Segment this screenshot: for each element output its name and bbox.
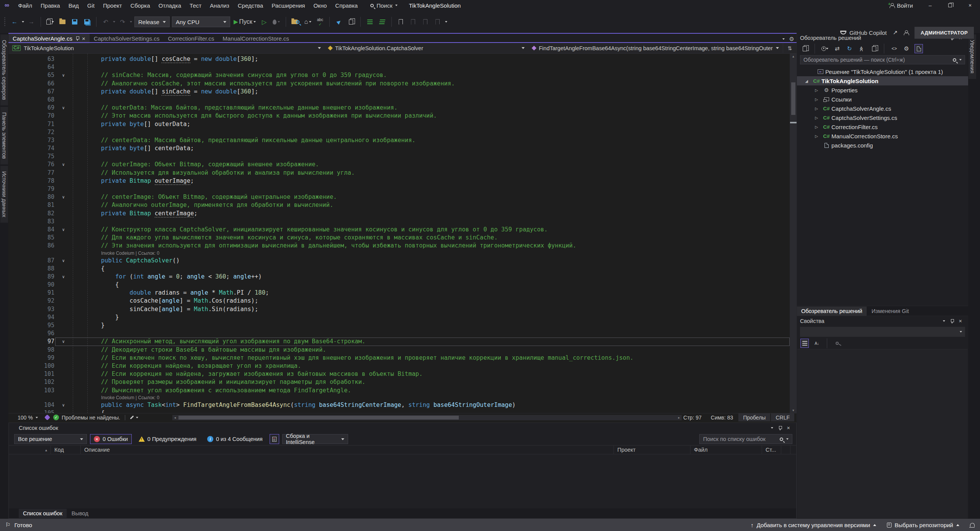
line-ending-indicator[interactable]: CRLF bbox=[771, 413, 794, 421]
categorized-view-button[interactable] bbox=[800, 339, 809, 348]
tree-item[interactable]: ▷C#CaptchaSolverAngle.cs bbox=[797, 104, 968, 113]
sync-with-active-document-button[interactable]: ⇄ bbox=[833, 44, 841, 53]
toolbar-overflow-dropdown[interactable] bbox=[445, 21, 447, 23]
close-icon[interactable]: × bbox=[959, 318, 962, 324]
errors-filter-toggle[interactable]: ✕ 0 Ошибки bbox=[90, 434, 132, 444]
tree-item[interactable]: ∞Решение "TikTokAngleSolution" (1 проект… bbox=[797, 67, 968, 76]
tree-expander-icon[interactable]: ▷ bbox=[811, 107, 821, 111]
close-button[interactable]: × bbox=[960, 0, 980, 11]
fold-chevron-icon[interactable]: ∨ bbox=[54, 71, 72, 79]
tree-expander-icon[interactable]: ▷ bbox=[811, 97, 821, 102]
tree-expander-icon[interactable]: ◢ bbox=[802, 79, 811, 83]
scroll-left-icon[interactable]: ◂ bbox=[172, 415, 178, 420]
tree-item[interactable]: packages.config bbox=[797, 141, 968, 150]
pending-changes-filter-button[interactable] bbox=[821, 44, 829, 53]
fold-chevron-icon[interactable]: ∨ bbox=[54, 338, 72, 346]
fold-chevron-icon[interactable]: ∨ bbox=[54, 257, 72, 265]
solution-search-box[interactable]: Обозреватель решений — поиск (Ctrl+ж) bbox=[800, 55, 965, 64]
menu-item[interactable]: Анализ bbox=[206, 0, 234, 11]
menu-item[interactable]: Вид bbox=[64, 0, 83, 11]
open-file-button[interactable] bbox=[57, 16, 67, 27]
toggle-bookmark-button[interactable] bbox=[396, 16, 406, 27]
fold-chevron-icon[interactable]: ∨ bbox=[54, 104, 72, 112]
navigate-forward-button[interactable]: → bbox=[26, 16, 36, 27]
tree-item[interactable]: ▷C#ManualCorrectionStore.cs bbox=[797, 131, 968, 141]
fold-chevron-icon[interactable]: ∨ bbox=[54, 401, 72, 409]
property-pages-button[interactable] bbox=[833, 339, 841, 348]
bottom-panel-tab[interactable]: Список ошибок bbox=[19, 509, 67, 518]
menu-item[interactable]: Справка bbox=[331, 0, 362, 11]
selection-mode-button[interactable]: ► bbox=[332, 15, 346, 29]
menu-item[interactable]: Сборка bbox=[126, 0, 154, 11]
collapse-all-button[interactable]: ≪ bbox=[857, 44, 866, 53]
column-header[interactable]: Код bbox=[51, 446, 81, 454]
save-all-button[interactable] bbox=[82, 16, 92, 27]
navbar-project-combo[interactable]: C# TikTokAngleSolution bbox=[8, 43, 325, 53]
tree-item[interactable]: ▷⚙Properties bbox=[797, 85, 968, 95]
left-strip-tab[interactable]: Обозреватель серверов bbox=[0, 34, 8, 105]
menu-item[interactable]: Средства bbox=[234, 0, 267, 11]
github-copilot-button[interactable]: GitHub Copilot bbox=[840, 30, 887, 36]
navbar-type-combo[interactable]: TikTokAngleSolution.CaptchaSolver bbox=[325, 43, 528, 53]
scroll-down-icon[interactable]: ▼ bbox=[790, 408, 797, 413]
configuration-combo[interactable]: Release bbox=[134, 16, 170, 27]
alphabetical-sort-button[interactable]: A↓ bbox=[813, 339, 821, 348]
line-indicator[interactable]: Стр: 97 bbox=[679, 413, 706, 421]
menu-item[interactable]: Окно bbox=[309, 0, 331, 11]
title-search-box[interactable]: Поиск bbox=[370, 2, 398, 9]
column-header[interactable]: Описание bbox=[81, 446, 614, 454]
redo-dropdown[interactable] bbox=[130, 21, 132, 23]
tree-item[interactable]: ▷C#CaptchaSolverSettings.cs bbox=[797, 113, 968, 122]
error-source-combo[interactable]: Сборка и IntelliSense bbox=[282, 434, 348, 444]
find-in-files-button[interactable] bbox=[290, 16, 301, 27]
document-well-options-gear-icon[interactable]: ⚙ bbox=[789, 36, 794, 43]
tree-item[interactable]: ▷Ссылки bbox=[797, 95, 968, 104]
column-header[interactable]: Файл bbox=[690, 446, 762, 454]
left-strip-tab[interactable]: Панель элементов bbox=[0, 107, 8, 164]
right-panel-tab[interactable]: Обозреватель решений bbox=[797, 306, 867, 316]
menu-item[interactable]: Файл bbox=[14, 0, 36, 11]
document-tab[interactable]: ManualCorrectionStore.cs × bbox=[218, 34, 293, 43]
codeium-icon[interactable] bbox=[44, 415, 51, 421]
undo-dropdown[interactable] bbox=[113, 21, 115, 23]
navbar-member-combo[interactable]: FindTargetAngleFromBase64Async(string ba… bbox=[528, 43, 783, 53]
select-repository-button[interactable]: Выбрать репозиторий bbox=[887, 522, 959, 528]
split-editor-button[interactable]: ⇅ bbox=[783, 43, 797, 53]
add-to-source-control-button[interactable]: ↑ Добавить в систему управления версиями bbox=[751, 522, 876, 528]
pen-icon[interactable] bbox=[130, 416, 134, 420]
menu-item[interactable]: Проект bbox=[99, 0, 126, 11]
build-messages-toggle[interactable] bbox=[270, 434, 279, 444]
bottom-panel-tab[interactable]: Вывод bbox=[67, 509, 93, 518]
undo-button[interactable]: ↶ bbox=[101, 16, 111, 27]
error-table-body[interactable] bbox=[9, 454, 796, 508]
fold-chevron-icon[interactable]: ∨ bbox=[54, 193, 72, 201]
menu-item[interactable]: Правка bbox=[36, 0, 64, 11]
increase-indent-button[interactable] bbox=[377, 16, 387, 27]
severity-column-header[interactable]: ▴ bbox=[9, 446, 51, 454]
previous-bookmark-button[interactable] bbox=[408, 16, 418, 27]
next-bookmark-button[interactable] bbox=[420, 16, 430, 27]
document-tab[interactable]: CaptchaSolverAngle.cs × bbox=[8, 34, 90, 43]
vertical-scrollbar[interactable]: ▲ ▼ bbox=[790, 54, 797, 413]
document-tab[interactable]: CaptchaSolverSettings.cs × bbox=[90, 34, 164, 43]
tree-item[interactable]: ◢C#TikTokAngleSolution bbox=[797, 76, 968, 85]
tree-expander-icon[interactable]: ▷ bbox=[811, 134, 821, 138]
toolbar-drag-handle[interactable] bbox=[4, 17, 6, 27]
save-button[interactable] bbox=[70, 16, 80, 27]
redo-button[interactable]: ↷ bbox=[118, 16, 128, 27]
minimize-button[interactable]: – bbox=[920, 0, 940, 11]
scrollbar-thumb[interactable] bbox=[791, 82, 795, 115]
preview-selected-items-button[interactable] bbox=[870, 44, 878, 53]
copy-structure-button[interactable] bbox=[346, 16, 356, 27]
properties-button[interactable]: ⚙ bbox=[902, 44, 911, 53]
switch-views-button[interactable] bbox=[800, 44, 809, 53]
messages-filter-toggle[interactable]: i 0 из 4 Сообщения bbox=[203, 434, 267, 444]
close-icon[interactable]: × bbox=[787, 425, 790, 431]
show-all-files-button[interactable] bbox=[915, 44, 923, 53]
error-search-box[interactable]: Поиск по списку ошибок bbox=[699, 434, 792, 444]
pin-icon[interactable] bbox=[76, 36, 79, 41]
scroll-up-icon[interactable]: ▲ bbox=[790, 54, 797, 59]
share-icon[interactable]: ↗ bbox=[893, 29, 898, 36]
close-icon[interactable]: × bbox=[82, 35, 85, 42]
refresh-button[interactable]: ↻ bbox=[845, 44, 854, 53]
